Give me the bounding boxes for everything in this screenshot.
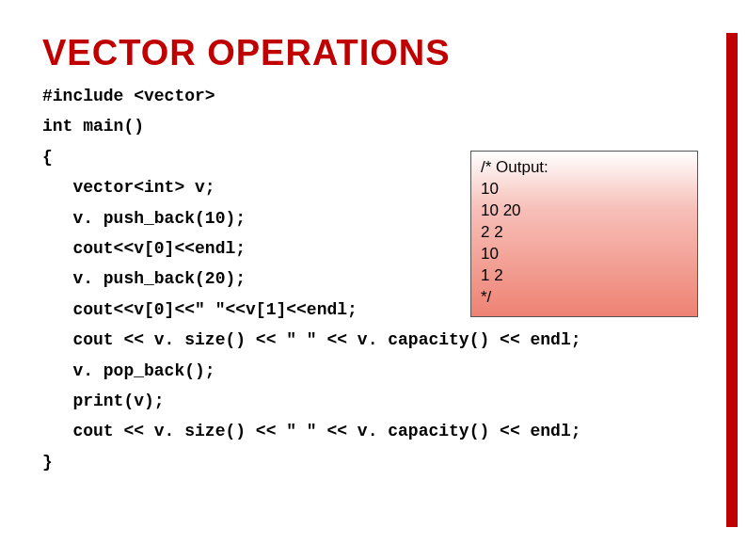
code-line: #include <vector>: [42, 81, 705, 111]
code-line: }: [42, 447, 705, 477]
output-line: 1 2: [481, 265, 688, 287]
code-line: int main(): [42, 111, 705, 141]
code-line: print(v);: [42, 386, 705, 416]
output-line: /* Output:: [481, 157, 688, 179]
code-line: v. pop_back();: [42, 356, 705, 386]
output-line: 10: [481, 244, 688, 265]
output-line: 10 20: [481, 200, 688, 222]
slide-title: VECTOR OPERATIONS: [42, 33, 705, 73]
output-line: 10: [481, 179, 688, 200]
output-line: 2 2: [481, 222, 688, 244]
code-line: cout << v. size() << " " << v. capacity(…: [42, 416, 705, 446]
output-box: /* Output: 10 10 20 2 2 10 1 2 */: [470, 151, 698, 317]
output-line: */: [481, 287, 688, 309]
accent-bar: [726, 33, 738, 527]
code-line: cout << v. size() << " " << v. capacity(…: [42, 325, 705, 355]
